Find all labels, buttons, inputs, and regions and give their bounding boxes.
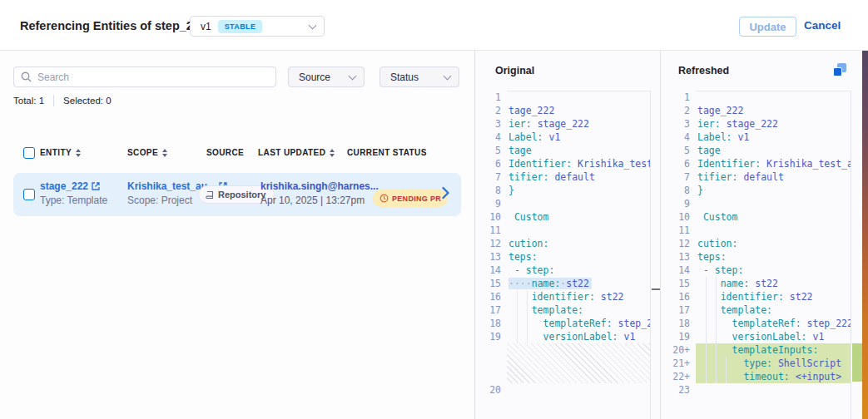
- code-line: 7tifier: default: [661, 170, 851, 184]
- sort-icon[interactable]: [162, 149, 167, 157]
- indent-guide: [527, 330, 528, 343]
- line-number: 18: [661, 317, 696, 330]
- indent-guide: [706, 343, 707, 357]
- search-box[interactable]: [13, 67, 276, 87]
- overview-ruler[interactable]: [650, 91, 660, 419]
- indent-guide: [706, 370, 707, 383]
- code-line: 21+ type: ShellScript: [661, 357, 851, 370]
- code-line: 15····name:·st22: [475, 277, 650, 290]
- status-badge: PENDING PR: [373, 190, 448, 207]
- added-lines-marker: [852, 343, 862, 382]
- code-line: 1: [475, 91, 650, 104]
- line-number: 20: [475, 383, 507, 397]
- code-line: 6Identifier: Krishika_test_aut: [475, 157, 650, 170]
- indent-guide: [527, 290, 528, 303]
- code-line: 14 - step:: [475, 264, 650, 277]
- indent-guide: [726, 370, 727, 383]
- refreshed-panel-title: Refreshed: [678, 65, 729, 76]
- indent-guide: [706, 357, 707, 370]
- code-line: 8}: [475, 184, 650, 197]
- cancel-button[interactable]: Cancel: [804, 19, 841, 32]
- indent-guide: [706, 277, 707, 290]
- row-checkbox[interactable]: [23, 189, 35, 200]
- line-number: 7: [661, 170, 696, 184]
- code-line: 20+ templateInputs:: [661, 343, 851, 357]
- line-number: 17: [475, 303, 507, 317]
- line-number: 14: [475, 264, 507, 277]
- indent-guide: [716, 330, 717, 343]
- line-number: 1: [475, 91, 507, 104]
- sort-icon[interactable]: [76, 149, 81, 157]
- chevron-down-icon: [349, 71, 357, 80]
- status-badge-label: PENDING PR: [392, 195, 441, 203]
- line-number: 15: [475, 277, 507, 290]
- update-button[interactable]: Update: [739, 17, 796, 37]
- code-line: 9: [661, 197, 851, 210]
- code-line: 3ier: stage_222: [661, 117, 851, 131]
- clock-icon: [379, 194, 389, 203]
- stable-badge: STABLE: [218, 20, 263, 33]
- code-line: 19 versionLabel: v1: [661, 330, 851, 343]
- select-all-checkbox[interactable]: [23, 147, 35, 159]
- code-line: 12cution:: [475, 237, 650, 250]
- indent-guide: [716, 317, 717, 330]
- indent-guide: [706, 330, 707, 343]
- code-line: 14 - step:: [661, 264, 851, 277]
- code-line: 20: [475, 383, 650, 397]
- column-current-status: CURRENT STATUS: [347, 148, 427, 157]
- line-number: 11: [475, 224, 507, 237]
- line-number: 7: [475, 170, 507, 184]
- code-line: 2tage_222: [475, 104, 650, 117]
- last-updated-cell: krishika.singh@harnes... Apr 10, 2025 | …: [260, 180, 379, 206]
- code-lines: 12tage_2223ier: stage_2224Label: v15tage…: [661, 91, 851, 397]
- indent-guide: [716, 303, 717, 317]
- original-code-editor[interactable]: 12tage_2223ier: stage_2224Label: v15tage…: [475, 91, 660, 419]
- line-number: 16: [475, 290, 507, 303]
- column-entity: ENTITY: [40, 148, 81, 157]
- code-line: 18 templateRef: step_222: [475, 317, 650, 330]
- chevron-down-icon: [444, 71, 452, 80]
- divider: [53, 95, 54, 106]
- updated-by: krishika.singh@harnes...: [260, 180, 379, 192]
- code-line: 5tage: [661, 144, 851, 157]
- line-number: 3: [475, 117, 507, 131]
- line-number: 2: [661, 104, 696, 117]
- selected-count: Selected: 0: [63, 96, 112, 106]
- code-line: 3ier: stage_222: [475, 117, 650, 131]
- copy-icon[interactable]: [833, 63, 847, 77]
- sort-icon[interactable]: [330, 149, 335, 157]
- code-line: 22+ timeout: <+input>: [661, 370, 851, 383]
- indent-guide: [716, 277, 717, 290]
- entity-cell: stage_222 Type: Template: [40, 180, 107, 206]
- modal-referencing-entities: Referencing Entities of step_222 v1 STAB…: [0, 0, 868, 419]
- column-source: SOURCE: [206, 148, 244, 157]
- line-number: 12: [661, 237, 696, 250]
- chevron-right-icon[interactable]: [442, 186, 449, 200]
- version-label: v1: [201, 21, 211, 32]
- overview-ruler[interactable]: [851, 91, 862, 419]
- line-number: 12: [475, 237, 507, 250]
- source-chip-label: Repository: [218, 190, 265, 200]
- status-filter-dropdown[interactable]: Status: [379, 67, 459, 87]
- line-number: 1: [661, 91, 696, 104]
- line-number: 16: [661, 290, 696, 303]
- code-line: 13teps:: [475, 250, 650, 264]
- line-number: 15: [661, 277, 696, 290]
- code-line: 10 Custom: [661, 210, 851, 224]
- repository-icon: [206, 190, 214, 200]
- line-number: 2: [475, 104, 507, 117]
- entity-type: Type: Template: [40, 195, 107, 206]
- code-line: 6Identifier: Krishika_test_aut: [661, 157, 851, 170]
- indent-guide: [517, 303, 518, 317]
- entity-link[interactable]: stage_222: [40, 180, 107, 192]
- source-filter-dropdown[interactable]: Source: [288, 67, 365, 87]
- code-line: 10 Custom: [475, 210, 650, 224]
- line-number: 11: [661, 224, 696, 237]
- line-number: 8: [661, 184, 696, 197]
- search-icon: [21, 71, 32, 82]
- version-select[interactable]: v1 STABLE: [190, 16, 325, 37]
- table-row[interactable]: stage_222 Type: Template Krishika_test_a…: [13, 173, 461, 216]
- search-input[interactable]: [37, 71, 269, 83]
- line-number: 14: [661, 264, 696, 277]
- refreshed-code-editor[interactable]: 12tage_2223ier: stage_2224Label: v15tage…: [661, 91, 862, 419]
